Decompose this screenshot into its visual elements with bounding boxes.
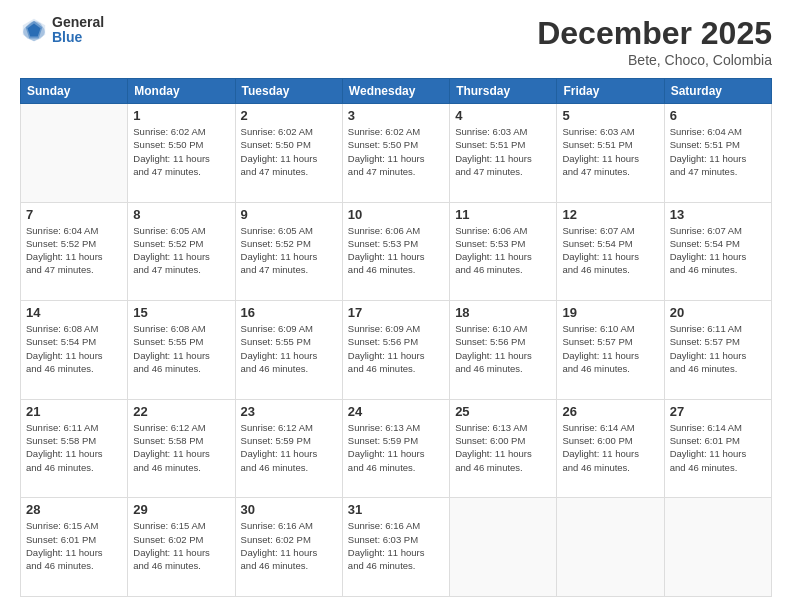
day-number: 12 [562,207,658,222]
table-row: 15Sunrise: 6:08 AMSunset: 5:55 PMDayligh… [128,301,235,400]
day-number: 1 [133,108,229,123]
day-info: Sunrise: 6:10 AMSunset: 5:57 PMDaylight:… [562,322,658,375]
table-row: 20Sunrise: 6:11 AMSunset: 5:57 PMDayligh… [664,301,771,400]
table-row [557,498,664,597]
day-number: 27 [670,404,766,419]
location-title: Bete, Choco, Colombia [537,52,772,68]
day-info: Sunrise: 6:16 AMSunset: 6:03 PMDaylight:… [348,519,444,572]
day-info: Sunrise: 6:13 AMSunset: 5:59 PMDaylight:… [348,421,444,474]
logo-general-text: General [52,15,104,30]
day-number: 13 [670,207,766,222]
day-number: 29 [133,502,229,517]
day-number: 3 [348,108,444,123]
day-number: 21 [26,404,122,419]
day-info: Sunrise: 6:02 AMSunset: 5:50 PMDaylight:… [348,125,444,178]
day-info: Sunrise: 6:08 AMSunset: 5:55 PMDaylight:… [133,322,229,375]
day-info: Sunrise: 6:11 AMSunset: 5:58 PMDaylight:… [26,421,122,474]
logo-text: General Blue [52,15,104,46]
table-row: 28Sunrise: 6:15 AMSunset: 6:01 PMDayligh… [21,498,128,597]
day-info: Sunrise: 6:09 AMSunset: 5:56 PMDaylight:… [348,322,444,375]
day-info: Sunrise: 6:15 AMSunset: 6:01 PMDaylight:… [26,519,122,572]
table-row: 31Sunrise: 6:16 AMSunset: 6:03 PMDayligh… [342,498,449,597]
table-row: 17Sunrise: 6:09 AMSunset: 5:56 PMDayligh… [342,301,449,400]
day-number: 18 [455,305,551,320]
table-row: 7Sunrise: 6:04 AMSunset: 5:52 PMDaylight… [21,202,128,301]
day-info: Sunrise: 6:02 AMSunset: 5:50 PMDaylight:… [133,125,229,178]
day-number: 17 [348,305,444,320]
table-row: 11Sunrise: 6:06 AMSunset: 5:53 PMDayligh… [450,202,557,301]
table-row: 16Sunrise: 6:09 AMSunset: 5:55 PMDayligh… [235,301,342,400]
col-monday: Monday [128,79,235,104]
calendar-week-3: 21Sunrise: 6:11 AMSunset: 5:58 PMDayligh… [21,399,772,498]
table-row [450,498,557,597]
day-number: 31 [348,502,444,517]
table-row: 10Sunrise: 6:06 AMSunset: 5:53 PMDayligh… [342,202,449,301]
day-number: 20 [670,305,766,320]
col-sunday: Sunday [21,79,128,104]
table-row [21,104,128,203]
month-title: December 2025 [537,15,772,52]
col-thursday: Thursday [450,79,557,104]
calendar-week-4: 28Sunrise: 6:15 AMSunset: 6:01 PMDayligh… [21,498,772,597]
col-friday: Friday [557,79,664,104]
day-number: 16 [241,305,337,320]
day-number: 6 [670,108,766,123]
day-info: Sunrise: 6:06 AMSunset: 5:53 PMDaylight:… [348,224,444,277]
table-row: 8Sunrise: 6:05 AMSunset: 5:52 PMDaylight… [128,202,235,301]
day-info: Sunrise: 6:05 AMSunset: 5:52 PMDaylight:… [241,224,337,277]
day-number: 24 [348,404,444,419]
day-info: Sunrise: 6:09 AMSunset: 5:55 PMDaylight:… [241,322,337,375]
day-number: 14 [26,305,122,320]
table-row: 12Sunrise: 6:07 AMSunset: 5:54 PMDayligh… [557,202,664,301]
day-info: Sunrise: 6:12 AMSunset: 5:59 PMDaylight:… [241,421,337,474]
day-number: 9 [241,207,337,222]
day-info: Sunrise: 6:04 AMSunset: 5:51 PMDaylight:… [670,125,766,178]
calendar-week-2: 14Sunrise: 6:08 AMSunset: 5:54 PMDayligh… [21,301,772,400]
day-number: 8 [133,207,229,222]
day-number: 23 [241,404,337,419]
table-row: 26Sunrise: 6:14 AMSunset: 6:00 PMDayligh… [557,399,664,498]
page: General Blue December 2025 Bete, Choco, … [0,0,792,612]
calendar-week-0: 1Sunrise: 6:02 AMSunset: 5:50 PMDaylight… [21,104,772,203]
calendar-header-row: Sunday Monday Tuesday Wednesday Thursday… [21,79,772,104]
col-saturday: Saturday [664,79,771,104]
table-row: 13Sunrise: 6:07 AMSunset: 5:54 PMDayligh… [664,202,771,301]
table-row: 18Sunrise: 6:10 AMSunset: 5:56 PMDayligh… [450,301,557,400]
table-row: 3Sunrise: 6:02 AMSunset: 5:50 PMDaylight… [342,104,449,203]
day-info: Sunrise: 6:15 AMSunset: 6:02 PMDaylight:… [133,519,229,572]
day-number: 30 [241,502,337,517]
table-row: 2Sunrise: 6:02 AMSunset: 5:50 PMDaylight… [235,104,342,203]
day-info: Sunrise: 6:05 AMSunset: 5:52 PMDaylight:… [133,224,229,277]
table-row: 24Sunrise: 6:13 AMSunset: 5:59 PMDayligh… [342,399,449,498]
day-number: 7 [26,207,122,222]
day-info: Sunrise: 6:03 AMSunset: 5:51 PMDaylight:… [455,125,551,178]
table-row: 30Sunrise: 6:16 AMSunset: 6:02 PMDayligh… [235,498,342,597]
day-number: 4 [455,108,551,123]
day-info: Sunrise: 6:07 AMSunset: 5:54 PMDaylight:… [670,224,766,277]
day-number: 19 [562,305,658,320]
table-row: 4Sunrise: 6:03 AMSunset: 5:51 PMDaylight… [450,104,557,203]
table-row: 1Sunrise: 6:02 AMSunset: 5:50 PMDaylight… [128,104,235,203]
day-info: Sunrise: 6:02 AMSunset: 5:50 PMDaylight:… [241,125,337,178]
day-info: Sunrise: 6:07 AMSunset: 5:54 PMDaylight:… [562,224,658,277]
calendar-week-1: 7Sunrise: 6:04 AMSunset: 5:52 PMDaylight… [21,202,772,301]
day-number: 5 [562,108,658,123]
logo: General Blue [20,15,104,46]
table-row: 14Sunrise: 6:08 AMSunset: 5:54 PMDayligh… [21,301,128,400]
day-info: Sunrise: 6:06 AMSunset: 5:53 PMDaylight:… [455,224,551,277]
day-info: Sunrise: 6:10 AMSunset: 5:56 PMDaylight:… [455,322,551,375]
table-row: 25Sunrise: 6:13 AMSunset: 6:00 PMDayligh… [450,399,557,498]
day-info: Sunrise: 6:13 AMSunset: 6:00 PMDaylight:… [455,421,551,474]
logo-blue-text: Blue [52,30,104,45]
day-number: 22 [133,404,229,419]
table-row [664,498,771,597]
day-info: Sunrise: 6:16 AMSunset: 6:02 PMDaylight:… [241,519,337,572]
day-number: 2 [241,108,337,123]
day-number: 25 [455,404,551,419]
col-tuesday: Tuesday [235,79,342,104]
day-info: Sunrise: 6:14 AMSunset: 6:01 PMDaylight:… [670,421,766,474]
title-section: December 2025 Bete, Choco, Colombia [537,15,772,68]
col-wednesday: Wednesday [342,79,449,104]
day-number: 26 [562,404,658,419]
table-row: 22Sunrise: 6:12 AMSunset: 5:58 PMDayligh… [128,399,235,498]
